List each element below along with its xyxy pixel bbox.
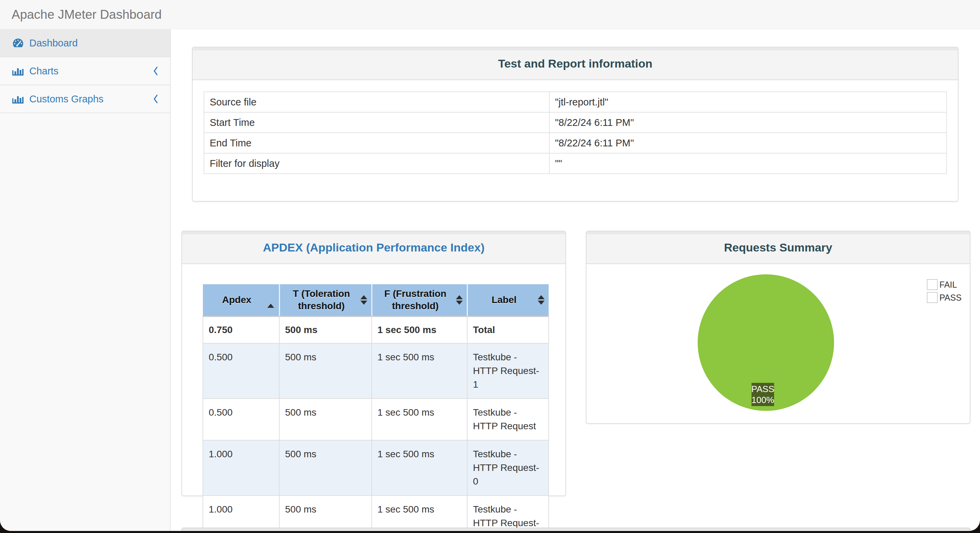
label-value: Testkube - HTTP Request-2 bbox=[467, 495, 549, 531]
pie-slice-label: PASS 100% bbox=[751, 383, 774, 406]
toleration-value: 500 ms bbox=[279, 440, 372, 495]
table-row: 1.000 500 ms 1 sec 500 ms Testkube - HTT… bbox=[203, 440, 549, 495]
legend-item-pass[interactable]: PASS bbox=[927, 292, 962, 303]
panel-apdex-heading: APDEX (Application Performance Index) bbox=[182, 231, 565, 264]
sort-unsorted-icon bbox=[360, 295, 367, 305]
info-value: "8/22/24 6:11 PM" bbox=[549, 112, 947, 133]
bar-chart-icon bbox=[11, 65, 25, 77]
top-navbar: Apache JMeter Dashboard bbox=[0, 0, 980, 29]
apdex-value: 1.000 bbox=[203, 440, 279, 495]
column-header-label-col[interactable]: Label bbox=[467, 284, 549, 316]
apdex-table: Apdex T (Toleration threshold) F (Frustr… bbox=[202, 284, 549, 531]
sidebar-item-charts[interactable]: Charts bbox=[0, 57, 170, 85]
sort-asc-icon bbox=[267, 292, 274, 305]
sidebar-item-label: Charts bbox=[29, 65, 153, 77]
tachometer-icon bbox=[11, 38, 25, 48]
jmeter-dashboard-window: Apache JMeter Dashboard Dashboard bbox=[0, 0, 980, 531]
column-header-toleration[interactable]: T (Toleration threshold) bbox=[279, 284, 372, 316]
bar-chart-icon bbox=[11, 94, 25, 104]
label-value: Testkube - HTTP Request-0 bbox=[467, 440, 549, 495]
sort-unsorted-icon bbox=[538, 295, 544, 305]
apdex-value: 1.000 bbox=[203, 495, 279, 531]
panel-test-info: Test and Report information Source file … bbox=[192, 47, 959, 202]
label-value: Total bbox=[467, 316, 549, 343]
column-header-label: Apdex bbox=[222, 294, 251, 305]
panel-next-partial bbox=[181, 528, 970, 531]
table-row: 1.000 500 ms 1 sec 500 ms Testkube - HTT… bbox=[203, 495, 549, 531]
sidebar-item-label: Customs Graphs bbox=[29, 94, 153, 105]
frustration-value: 1 sec 500 ms bbox=[372, 495, 467, 531]
pie-slice-label-percent: 100% bbox=[751, 394, 775, 405]
frustration-value: 1 sec 500 ms bbox=[372, 440, 467, 495]
pass-swatch-icon bbox=[927, 292, 938, 303]
table-row: 0.750 500 ms 1 sec 500 ms Total bbox=[203, 316, 549, 343]
info-label: End Time bbox=[204, 133, 549, 153]
column-header-label: Label bbox=[492, 294, 517, 305]
panel-requests-summary-title: Requests Summary bbox=[724, 241, 832, 254]
fail-swatch-icon bbox=[927, 279, 938, 290]
panel-apdex: APDEX (Application Performance Index) Ap… bbox=[181, 231, 566, 496]
apdex-value: 0.500 bbox=[203, 399, 279, 440]
apdex-value: 0.500 bbox=[203, 343, 279, 399]
toleration-value: 500 ms bbox=[279, 316, 372, 343]
panel-test-info-heading: Test and Report information bbox=[192, 48, 958, 80]
frustration-value: 1 sec 500 ms bbox=[372, 343, 467, 399]
panel-requests-summary: Requests Summary PASS 100% FAIL PASS bbox=[586, 231, 970, 424]
app-title: Apache JMeter Dashboard bbox=[0, 8, 162, 22]
legend-label: PASS bbox=[939, 293, 962, 303]
legend-item-fail[interactable]: FAIL bbox=[927, 279, 962, 290]
table-row: 0.500 500 ms 1 sec 500 ms Testkube - HTT… bbox=[203, 343, 549, 399]
chevron-left-icon bbox=[153, 66, 159, 76]
legend-label: FAIL bbox=[939, 280, 957, 290]
column-header-frustration[interactable]: F (Frustration threshold) bbox=[372, 284, 467, 316]
toleration-value: 500 ms bbox=[279, 343, 372, 399]
toleration-value: 500 ms bbox=[279, 495, 372, 531]
table-row: 0.500 500 ms 1 sec 500 ms Testkube - HTT… bbox=[203, 399, 549, 440]
info-value: "jtl-report.jtl" bbox=[549, 92, 947, 112]
sort-unsorted-icon bbox=[456, 295, 463, 305]
toleration-value: 500 ms bbox=[279, 399, 372, 440]
table-row: Start Time "8/22/24 6:11 PM" bbox=[204, 112, 947, 133]
info-value: "" bbox=[549, 153, 947, 174]
frustration-value: 1 sec 500 ms bbox=[372, 316, 467, 343]
apdex-value: 0.750 bbox=[203, 316, 279, 343]
table-row: End Time "8/22/24 6:11 PM" bbox=[204, 133, 947, 153]
label-value: Testkube - HTTP Request bbox=[467, 399, 549, 440]
column-header-label: T (Toleration threshold) bbox=[293, 288, 350, 311]
sidebar: Dashboard Charts bbox=[0, 29, 171, 531]
sidebar-item-customs-graphs[interactable]: Customs Graphs bbox=[0, 85, 170, 113]
table-row: Filter for display "" bbox=[204, 153, 947, 174]
table-row: Source file "jtl-report.jtl" bbox=[204, 92, 947, 112]
column-header-label: F (Frustration threshold) bbox=[384, 288, 446, 311]
label-value: Testkube - HTTP Request-1 bbox=[467, 343, 549, 399]
frustration-value: 1 sec 500 ms bbox=[372, 399, 467, 440]
chart-legend: FAIL PASS bbox=[927, 279, 962, 303]
sidebar-item-dashboard[interactable]: Dashboard bbox=[0, 29, 170, 57]
info-label: Source file bbox=[204, 92, 549, 112]
chevron-left-icon bbox=[153, 94, 159, 104]
panel-requests-summary-heading: Requests Summary bbox=[587, 231, 970, 264]
apdex-header-row: Apdex T (Toleration threshold) F (Frustr… bbox=[203, 284, 549, 316]
info-label: Start Time bbox=[204, 112, 549, 133]
info-label: Filter for display bbox=[204, 153, 549, 174]
test-info-table: Source file "jtl-report.jtl" Start Time … bbox=[204, 91, 947, 174]
info-value: "8/22/24 6:11 PM" bbox=[549, 133, 947, 153]
pie-slice-label-name: PASS bbox=[751, 383, 774, 394]
column-header-apdex[interactable]: Apdex bbox=[203, 284, 279, 316]
panel-apdex-title[interactable]: APDEX (Application Performance Index) bbox=[263, 241, 485, 254]
sidebar-item-label: Dashboard bbox=[29, 38, 159, 49]
panel-test-info-title: Test and Report information bbox=[498, 57, 653, 70]
